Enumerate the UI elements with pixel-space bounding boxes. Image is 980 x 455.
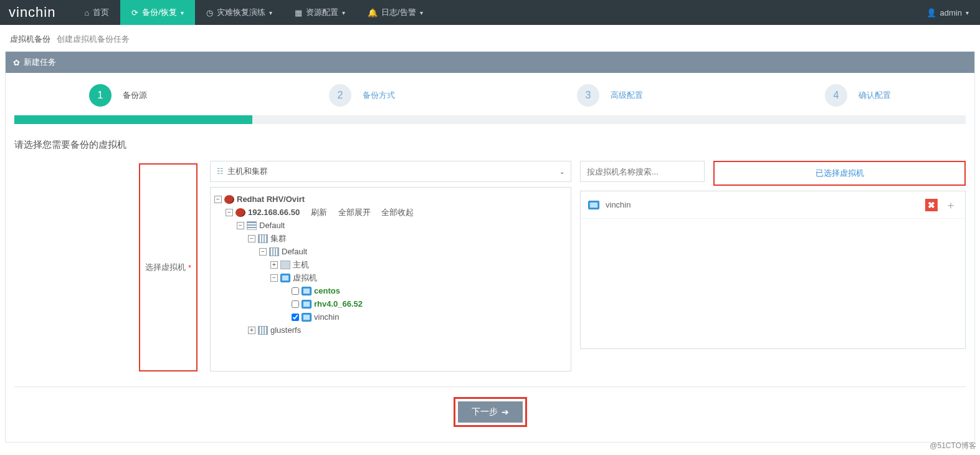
tree-root[interactable]: Redhat RHV/Ovirt: [237, 193, 305, 206]
wizard-progress-fill: [14, 115, 252, 124]
arrow-right-icon: ➔: [502, 407, 509, 417]
expand-vm-button[interactable]: ＋: [944, 198, 958, 212]
tree-cluster[interactable]: Default: [282, 245, 307, 258]
nav-home[interactable]: ⌂ 首页: [73, 0, 120, 25]
selected-vm-header-text: 已选择虚拟机: [816, 168, 864, 179]
select-vm-label: 选择虚拟机 *: [139, 163, 197, 371]
step-2-label: 备份方式: [363, 90, 395, 101]
vm-checkbox-centos[interactable]: [292, 287, 299, 295]
chevron-down-icon: ▾: [181, 9, 184, 16]
tree-dc[interactable]: Default: [259, 219, 285, 232]
tree-vmnode[interactable]: 虚拟机: [293, 271, 317, 284]
chevron-down-icon: ▾: [420, 9, 423, 16]
selected-vm-header: 已选择虚拟机: [713, 161, 966, 186]
step-1-label: 备份源: [123, 90, 147, 101]
tree-hostnode[interactable]: 主机: [293, 258, 309, 271]
breadcrumb-sub: 创建虚拟机备份任务: [57, 34, 130, 44]
step-3-label: 高级配置: [611, 90, 643, 101]
vm-search-input[interactable]: [580, 161, 705, 182]
tree-collapse-all[interactable]: 全部收起: [381, 208, 414, 217]
tree-toggle[interactable]: −: [214, 196, 222, 203]
view-selector-label: 主机和集群: [227, 166, 268, 176]
tree-toggle[interactable]: −: [226, 209, 233, 216]
vm-icon: [302, 287, 312, 295]
tree-expand-all[interactable]: 全部展开: [338, 208, 371, 217]
nav-resource-label: 资源配置: [306, 7, 338, 18]
tree-toggle[interactable]: −: [259, 248, 267, 256]
vm-icon: [588, 201, 599, 209]
cluster-group-icon: [258, 234, 268, 243]
vm-checkbox-vinchin[interactable]: [292, 314, 299, 321]
nav-home-label: 首页: [93, 7, 109, 18]
chevron-down-icon: ⌄: [559, 168, 564, 175]
user-icon: 👤: [926, 8, 936, 17]
nav-dr-label: 灾难恢复演练: [217, 7, 265, 18]
selected-vm-name: vinchin: [606, 200, 919, 209]
step-3-num: 3: [577, 84, 599, 107]
hosts-icon: ☷: [217, 167, 224, 176]
select-vm-label-text: 选择虚拟机: [145, 262, 186, 273]
tree-toggle[interactable]: −: [248, 235, 255, 242]
step-4-num: 4: [825, 84, 847, 107]
panel-header: ✿ 新建任务: [6, 52, 974, 73]
redhat-icon: [224, 195, 234, 204]
nav-backup[interactable]: ⟳ 备份/恢复 ▾: [120, 0, 195, 25]
nav-backup-label: 备份/恢复: [142, 7, 177, 18]
refresh-icon: ⟳: [131, 8, 138, 17]
tree-toggle[interactable]: −: [270, 274, 278, 282]
next-button[interactable]: 下一步 ➔: [458, 401, 523, 423]
step-2-num: 2: [329, 84, 351, 107]
tree-gluster[interactable]: glusterfs: [270, 323, 301, 337]
tree-vm-centos[interactable]: centos: [314, 284, 340, 297]
cluster-icon: [258, 326, 268, 335]
remove-vm-button[interactable]: ✖: [925, 199, 938, 211]
tree-toggle[interactable]: +: [270, 261, 278, 269]
step-2[interactable]: 2 备份方式: [329, 84, 395, 107]
step-3[interactable]: 3 高级配置: [577, 84, 643, 107]
step-4-label: 确认配置: [859, 90, 891, 101]
home-icon: ⌂: [84, 8, 89, 17]
vm-checkbox-rhv[interactable]: [292, 300, 299, 308]
step-4[interactable]: 4 确认配置: [825, 84, 891, 107]
host-icon: [280, 261, 290, 269]
brand-logo: vinchin: [0, 4, 73, 21]
nav-dr[interactable]: ◷ 灾难恢复演练 ▾: [195, 0, 283, 25]
tree-cluster-group[interactable]: 集群: [270, 232, 287, 245]
nav-resource[interactable]: ▦ 资源配置 ▾: [283, 0, 356, 25]
next-button-label: 下一步: [472, 406, 498, 418]
tree-vm-rhv[interactable]: rhv4.0_66.52: [314, 297, 363, 310]
next-button-highlight: 下一步 ➔: [454, 397, 527, 427]
tree-refresh[interactable]: 刷新: [311, 208, 327, 217]
required-mark: *: [188, 263, 191, 272]
view-selector[interactable]: ☷主机和集群 ⌄: [210, 161, 571, 182]
top-nav: vinchin ⌂ 首页 ⟳ 备份/恢复 ▾ ◷ 灾难恢复演练 ▾ ▦ 资源配置…: [0, 0, 980, 25]
dr-icon: ◷: [206, 8, 213, 17]
cluster-icon: [269, 247, 279, 256]
wizard-footer: 下一步 ➔: [14, 386, 966, 427]
vm-tree: − Redhat RHV/Ovirt − 192.168.66.50: [210, 187, 571, 371]
tree-toggle[interactable]: −: [237, 222, 244, 229]
wizard-progress: [14, 115, 966, 124]
breadcrumb: 虚拟机备份 创建虚拟机备份任务: [0, 25, 980, 51]
gear-icon: ✿: [13, 58, 20, 67]
selected-vm-item: vinchin ✖ ＋: [581, 191, 965, 219]
panel-title: 新建任务: [24, 57, 56, 68]
grid-icon: ▦: [295, 8, 302, 17]
vm-icon: [302, 313, 312, 322]
datacenter-icon: [247, 221, 257, 230]
tree-vm-vinchin[interactable]: vinchin: [314, 310, 339, 323]
tree-toggle[interactable]: +: [248, 327, 255, 334]
step-1-num: 1: [89, 84, 112, 107]
nav-log[interactable]: 🔔 日志/告警 ▾: [356, 0, 434, 25]
watermark: @51CTO博客: [930, 441, 976, 443]
nav-user[interactable]: 👤 admin ▾: [915, 8, 980, 17]
chevron-down-icon: ▾: [966, 9, 969, 16]
nav-log-label: 日志/告警: [381, 7, 416, 18]
tree-host-actions: 刷新 全部展开 全部收起: [311, 206, 422, 219]
step-1[interactable]: 1 备份源: [89, 84, 147, 107]
selected-vm-list: vinchin ✖ ＋: [580, 191, 966, 349]
panel: ✿ 新建任务 1 备份源 2 备份方式 3 高级配置 4 确认配置 请选: [5, 51, 975, 443]
vm-icon: [302, 300, 312, 309]
tree-host[interactable]: 192.168.66.50: [248, 206, 300, 219]
wizard-steps: 1 备份源 2 备份方式 3 高级配置 4 确认配置: [14, 84, 966, 115]
